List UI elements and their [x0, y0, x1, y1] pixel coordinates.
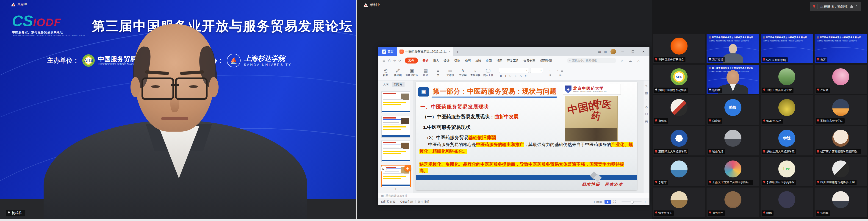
zoom-in-button[interactable]: ＋ — [644, 200, 647, 204]
participant-tile-12[interactable]: 王丽|河北大学经济学院 — [653, 126, 705, 155]
ribbon-tab-7[interactable]: 视图 — [494, 58, 505, 63]
quick-access-icon-0[interactable]: ▤ — [381, 59, 386, 62]
format-button-3[interactable]: S — [514, 74, 517, 78]
side-tool-icon-4[interactable]: 🗨 — [645, 113, 648, 116]
quick-access-icons[interactable]: ▤⎙⟲⟳ — [381, 59, 402, 63]
maximize-button[interactable]: ❐ — [629, 50, 637, 54]
participant-tile-13[interactable]: 晚自飞行 — [707, 126, 759, 155]
layout-split-icon[interactable]: ▥ — [604, 50, 607, 54]
ribbon-tab-10[interactable]: 稻壳资源 — [538, 58, 554, 63]
slideshow-play-button[interactable]: ▶ — [604, 200, 611, 204]
zoom-slider[interactable] — [621, 201, 642, 202]
quick-access-icon-3[interactable]: ⟳ — [397, 59, 402, 62]
account-avatar[interactable] — [611, 49, 616, 54]
menu-right-icons[interactable]: ◎☁△ — [617, 59, 641, 62]
participant-tile-9[interactable]: 晓颖 白晓颖 — [707, 95, 759, 125]
now-speaking-bar[interactable]: 正在讲话：杨雄柱 ⌃ — [810, 2, 861, 11]
list-button-0[interactable]: ≔ — [549, 69, 553, 72]
participant-tile-15[interactable]: 胡万丽|广西外国语学院国际经… — [814, 126, 867, 155]
format-button-4[interactable]: A — [519, 74, 523, 78]
ribbon-tab-3[interactable]: 切换 — [452, 58, 463, 63]
ribbon-button-粘贴[interactable]: ⎘粘贴 — [381, 68, 390, 77]
ribbon-button-新建幻灯片[interactable]: ▣新建幻灯片 — [405, 68, 418, 77]
format-button-2[interactable]: U — [508, 74, 512, 78]
side-tool-icon-0[interactable]: ✎ — [645, 84, 648, 88]
panel-tab-1[interactable]: 幻灯片 — [392, 82, 405, 87]
format-button-1[interactable]: I — [504, 74, 507, 78]
align-button-0[interactable]: ≡ — [549, 73, 552, 77]
close-button[interactable]: ✕ — [640, 50, 647, 54]
view-mode-buttons[interactable]: ▢▦▥ — [594, 200, 602, 203]
command-search-box[interactable]: ⌕ 查找命令、搜索模板 — [567, 58, 616, 63]
participant-tile-20[interactable]: 蜗牛慢慢走 — [653, 188, 705, 217]
collapse-ribbon-icon[interactable]: ⌃ — [642, 59, 647, 62]
layout-grid-icon[interactable]: ▦ — [598, 50, 601, 54]
participant-tile-16[interactable]: 李敏华 — [653, 157, 705, 186]
ribbon-tab-0[interactable]: 开始 — [421, 58, 431, 63]
menu-right-icon-1[interactable]: ☁ — [627, 59, 633, 62]
side-tool-icon-5[interactable]: ⬒ — [645, 120, 648, 123]
participant-tile-4[interactable]: ATIS 媛媛|中国服务贸易协会 — [653, 65, 705, 94]
theme-label[interactable]: Office主题 — [400, 200, 413, 204]
participant-tile-22[interactable]: 丽娜 — [761, 188, 813, 217]
slide-canvas[interactable]: ▣ 第一部分：中医药服务贸易：现状与问题 ✚ 北京中医药大学 BEIJING U… — [413, 81, 643, 193]
side-tool-icon-2[interactable]: ◔ — [646, 98, 647, 102]
ribbon-tab-4[interactable]: 动画 — [463, 58, 473, 63]
ribbon-button-节[interactable]: ≡节 — [433, 68, 443, 77]
zoom-out-button[interactable]: − — [618, 200, 619, 203]
participant-tile-5[interactable]: 第三届中国服务业开放与服务贸易发展论坛 主办单位：中国服务贸易协会专家委员会 联… — [707, 65, 759, 94]
paragraph-buttons[interactable]: ≔≕≣ — [549, 69, 564, 72]
view-mode-icon-2[interactable]: ▥ — [600, 200, 602, 203]
ribbon-tab-2[interactable]: 设计 — [441, 58, 452, 63]
participant-tile-21[interactable]: 努力学生 — [707, 188, 759, 217]
close-tab-icon[interactable]: × — [448, 50, 451, 54]
current-slide[interactable]: ▣ 第一部分：中医药服务贸易：现状与问题 ✚ 北京中医药大学 BEIJING U… — [416, 82, 637, 190]
ribbon-button-格式刷[interactable]: 🖉格式刷 — [393, 68, 403, 77]
slide-thumbnail-3[interactable] — [381, 140, 410, 162]
participant-tile-7[interactable]: 许自庭 — [814, 65, 867, 94]
participant-tile-11[interactable]: 岚韵|山东管理学院 — [814, 95, 867, 125]
ribbon-tab-6[interactable]: 审阅 — [484, 58, 494, 63]
side-tool-icon-3[interactable]: ⚙ — [645, 105, 648, 109]
view-mode-icon-1[interactable]: ▦ — [597, 200, 600, 203]
slide-thumbnail-2[interactable] — [381, 116, 410, 137]
participant-tile-3[interactable]: 第三届中国服务业开放与服务贸易发展论坛 主办单位：中国服务贸易协会专家委员会 联… — [814, 34, 867, 63]
participant-tile-14[interactable]: 学院 杨桂|上海大学经济学院 — [761, 126, 813, 155]
slide-thumbnail-1[interactable] — [381, 92, 410, 113]
menu-right-icon-0[interactable]: ◎ — [619, 59, 625, 62]
participant-tile-10[interactable]: 3242207401 — [761, 95, 813, 125]
new-slide-fab[interactable]: ＋ — [404, 165, 411, 172]
list-button-1[interactable]: ≕ — [555, 69, 559, 72]
participant-tile-19[interactable]: 四川|中国服务贸易协会-王璐 — [814, 157, 867, 186]
new-tab-button[interactable]: ＋ — [453, 49, 462, 54]
participant-tile-0[interactable]: 薇|中国服务贸易协会 — [653, 34, 705, 63]
font-family-select[interactable]: ▾ — [499, 68, 529, 73]
participant-tile-17[interactable]: 王雨文|北京第二外国语学院经… — [707, 157, 759, 186]
play-from-slide-button[interactable]: ▶ — [380, 166, 386, 172]
ribbon-button-艺术字[interactable]: Ａ艺术字 — [458, 68, 468, 77]
annotation-label[interactable]: 备注·批注 — [418, 200, 430, 204]
wps-document-tab[interactable]: P 中医药服务贸易现...2022.12.1.. × — [397, 47, 453, 56]
format-button-0[interactable]: B — [499, 74, 503, 78]
align-button-1[interactable]: ☰ — [553, 73, 557, 77]
right-tool-strip[interactable]: ✎▤◔⚙🗨⬒ — [643, 81, 649, 193]
add-slide-button[interactable]: ＋ — [378, 186, 413, 192]
format-button-5[interactable]: x² — [524, 74, 528, 78]
participant-tile-8[interactable]: 唐保晶 — [653, 95, 705, 125]
expand-icon[interactable]: ⌃ — [855, 5, 858, 8]
file-menu-button[interactable]: 文件 — [405, 58, 418, 63]
participant-tile-18[interactable]: Lee 李伟娟|烟台大学商学院 — [761, 157, 813, 186]
panel-tab-0[interactable]: 大纲 — [381, 82, 391, 87]
menu-right-icon-2[interactable]: △ — [636, 59, 641, 62]
participant-tile-2[interactable]: 第三届中国服务业开放与服务贸易发展论坛 主办单位：中国服务贸易协会专家委员会 联… — [761, 34, 813, 63]
participant-tile-1[interactable]: 第三届中国服务业开放与服务贸易发展论坛 主办单位：中国服务贸易协会专家委员会 联… — [707, 34, 759, 63]
participant-tile-6[interactable]: 张毅|上海会展研究院 — [761, 65, 813, 94]
ribbon-button-查找替换[interactable]: ⌕查找替换 — [470, 68, 480, 77]
wps-home-tab[interactable]: W 首页 — [378, 47, 397, 56]
quick-access-icon-1[interactable]: ⎙ — [386, 59, 392, 62]
notes-bar[interactable]: ▦ 单击此处添加备注 — [378, 193, 649, 198]
font-format-buttons[interactable]: BIUSAx² — [499, 74, 543, 78]
minimize-button[interactable]: ─ — [619, 50, 626, 54]
font-size-select[interactable]: ▾ — [530, 68, 543, 73]
view-mode-icon-0[interactable]: ▢ — [594, 200, 597, 203]
